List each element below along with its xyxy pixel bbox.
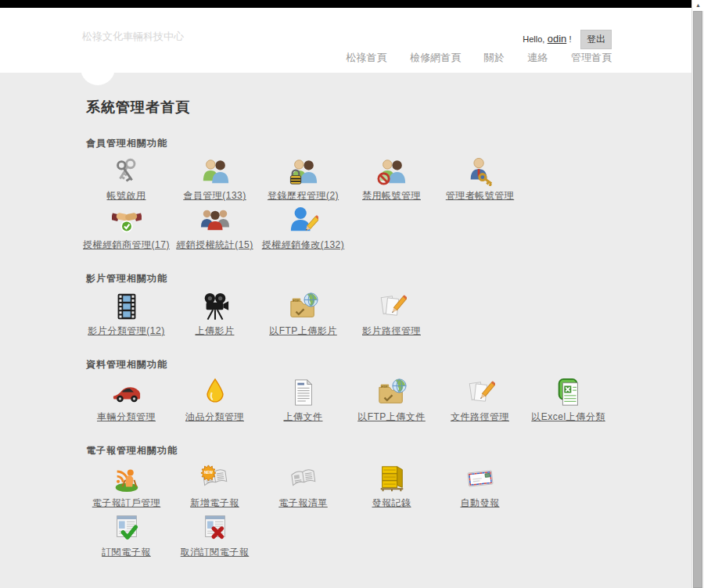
- function-link[interactable]: 禁用帳號管理: [362, 189, 421, 203]
- logout-button[interactable]: 登出: [580, 30, 612, 49]
- function-item: 影片路徑管理: [347, 289, 436, 338]
- function-item: 取消訂閱電子報: [171, 510, 259, 559]
- greeting-area: Hello, odin ! 登出: [523, 30, 612, 49]
- function-row: 電子報訂戶管理 新增電子報 電子報清單 發報記錄 自動發報: [82, 461, 622, 510]
- function-item: 油品分類管理: [171, 375, 259, 424]
- document-icon[interactable]: [289, 378, 318, 407]
- film-strip-icon[interactable]: [112, 292, 142, 321]
- function-item: 影片分類管理(12): [82, 289, 171, 338]
- function-link[interactable]: 電子報訂戶管理: [92, 497, 161, 510]
- function-link[interactable]: 訂閱電子報: [102, 546, 151, 559]
- function-item: 以FTP上傳影片: [259, 289, 347, 338]
- function-link[interactable]: 會員管理(133): [183, 189, 246, 203]
- function-item: 授權經銷修改(132): [259, 203, 347, 252]
- function-row: 車輛分類管理 油品分類管理 上傳文件 以FTP上傳文件 文件路徑管理: [82, 375, 622, 424]
- vertical-scrollbar[interactable]: ▲: [692, 0, 704, 588]
- rss-user-icon[interactable]: [112, 464, 142, 493]
- page-pencil-icon[interactable]: [465, 378, 495, 407]
- function-item: 經銷授權統計(15): [171, 203, 259, 252]
- scrollbar-thumb[interactable]: [693, 11, 702, 588]
- scroll-up-button[interactable]: ▲: [692, 0, 704, 11]
- function-link[interactable]: 車輛分類管理: [97, 411, 156, 424]
- function-link[interactable]: 上傳文件: [284, 411, 323, 424]
- excel-icon[interactable]: [554, 378, 584, 407]
- function-item: 以Excel上傳分類: [524, 375, 612, 424]
- users-lock-icon[interactable]: [289, 156, 318, 186]
- function-link[interactable]: 取消訂閱電子報: [181, 546, 250, 559]
- function-item: 電子報清單: [259, 461, 347, 510]
- function-row: 影片分類管理(12) 上傳影片 以FTP上傳影片 影片路徑管理: [82, 289, 622, 338]
- function-link[interactable]: 發報記錄: [372, 497, 411, 510]
- users-icon[interactable]: [200, 156, 230, 186]
- function-link[interactable]: 影片分類管理(12): [88, 324, 164, 338]
- content-area: 系統管理者首頁 會員管理相關功能 帳號啟用 會員管理(133) 登錄歷程管理(2…: [0, 73, 692, 588]
- function-link[interactable]: 以FTP上傳文件: [357, 411, 426, 424]
- ftp-folder-globe-icon[interactable]: [377, 378, 407, 407]
- airmail-envelope-icon[interactable]: [465, 464, 495, 493]
- greeting-suffix: !: [569, 34, 572, 44]
- username-link[interactable]: odin: [548, 33, 567, 45]
- newspaper-icon[interactable]: [289, 464, 318, 493]
- crates-icon[interactable]: [377, 464, 407, 493]
- ftp-folder-globe-icon[interactable]: [289, 292, 318, 321]
- function-link[interactable]: 帳號啟用: [107, 189, 146, 203]
- movie-camera-icon[interactable]: [200, 292, 230, 321]
- oil-drop-icon[interactable]: [200, 378, 230, 407]
- top-black-bar: [0, 0, 692, 8]
- function-link[interactable]: 自動發報: [461, 497, 500, 510]
- greeting-prefix: Hello,: [523, 34, 544, 44]
- function-link[interactable]: 授權經銷商管理(17): [83, 238, 170, 252]
- page-check-icon[interactable]: [112, 513, 142, 543]
- function-link[interactable]: 文件路徑管理: [451, 411, 509, 424]
- keys-icon[interactable]: [112, 156, 142, 186]
- function-link[interactable]: 管理者帳號管理: [446, 189, 515, 203]
- page-title: 系統管理者首頁: [86, 98, 622, 117]
- function-item: 以FTP上傳文件: [347, 375, 436, 424]
- function-row: 帳號啟用 會員管理(133) 登錄歷程管理(2) 禁用帳號管理 管理者帳號管理: [82, 153, 622, 203]
- user-group-icon[interactable]: [200, 206, 230, 235]
- section-title-members: 會員管理相關功能: [86, 137, 622, 150]
- newspaper-new-icon[interactable]: [200, 464, 230, 493]
- function-link[interactable]: 電子報清單: [278, 497, 328, 510]
- function-item: 授權經銷商管理(17): [82, 203, 171, 252]
- function-item: 上傳文件: [259, 375, 347, 424]
- nav-item-admin-home[interactable]: 管理首頁: [571, 52, 612, 63]
- function-item: 帳號啟用: [82, 153, 171, 203]
- function-item: 新增電子報: [171, 461, 259, 510]
- function-item: 訂閱電子報: [82, 510, 171, 559]
- function-item: 管理者帳號管理: [436, 153, 524, 203]
- function-row: 訂閱電子報 取消訂閱電子報: [82, 510, 622, 559]
- function-item: 會員管理(133): [171, 153, 259, 203]
- function-link[interactable]: 上傳影片: [196, 324, 235, 338]
- function-link[interactable]: 授權經銷修改(132): [262, 238, 345, 252]
- nav-item-contact[interactable]: 連絡: [527, 52, 548, 63]
- section-title-data: 資料管理相關功能: [86, 358, 622, 371]
- nav-item-repair-site[interactable]: 檢修網首頁: [410, 52, 461, 63]
- function-link[interactable]: 經銷授權統計(15): [176, 238, 253, 252]
- function-link[interactable]: 以FTP上傳影片: [269, 324, 337, 338]
- function-link[interactable]: 登錄歷程管理(2): [268, 189, 339, 203]
- admin-home-page: 松祿文化車輛科技中心 Hello, odin ! 登出 松祿首頁 檢修網首頁 關…: [0, 0, 704, 588]
- function-item: 禁用帳號管理: [347, 153, 436, 203]
- nav-item-about[interactable]: 關於: [484, 52, 505, 63]
- user-edit-icon[interactable]: [289, 206, 318, 235]
- user-key-icon[interactable]: [465, 156, 495, 186]
- nav-item-home[interactable]: 松祿首頁: [347, 52, 387, 63]
- function-item: 電子報訂戶管理: [82, 461, 171, 510]
- function-link[interactable]: 影片路徑管理: [362, 324, 421, 338]
- function-item: 登錄歷程管理(2): [259, 153, 347, 203]
- users-ban-icon[interactable]: [377, 156, 407, 186]
- page-pencil-icon[interactable]: [377, 292, 407, 321]
- section-title-newsletter: 電子報管理相關功能: [86, 444, 622, 457]
- function-link[interactable]: 以Excel上傳分類: [531, 411, 605, 424]
- car-icon[interactable]: [112, 378, 142, 407]
- page-cross-icon[interactable]: [200, 513, 230, 543]
- handshake-icon[interactable]: [112, 206, 142, 235]
- function-link[interactable]: 新增電子報: [190, 497, 239, 510]
- function-item: 上傳影片: [171, 289, 259, 338]
- function-item: 發報記錄: [347, 461, 436, 510]
- site-title: 松祿文化車輛科技中心: [82, 30, 184, 44]
- function-item: 自動發報: [436, 461, 524, 510]
- function-link[interactable]: 油品分類管理: [185, 411, 244, 424]
- function-row: 授權經銷商管理(17) 經銷授權統計(15) 授權經銷修改(132): [82, 203, 622, 252]
